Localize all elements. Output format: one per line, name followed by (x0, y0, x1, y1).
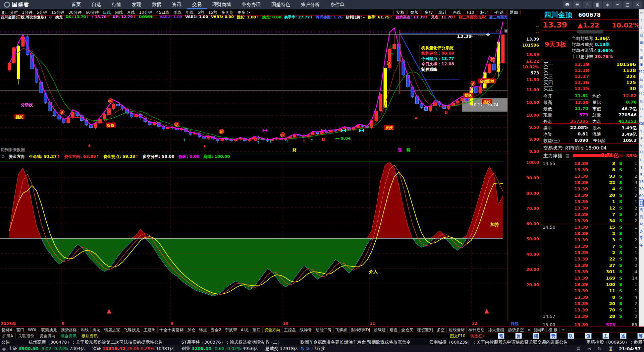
indicator-tab-趋势多空[interactable]: 趋势多空 (506, 327, 526, 333)
xaxis-period-label[interactable]: 日线 (511, 321, 519, 327)
indicator-tab-WOL[interactable]: WOL (26, 328, 39, 332)
back-icon[interactable]: ⇦ (639, 9, 644, 17)
menu-item-业务办理[interactable]: 业务办理 (236, 0, 266, 9)
strip-period-1[interactable]: 1 (639, 164, 644, 171)
indicator-tab-窗口[interactable]: 窗口 (14, 327, 26, 333)
period-多周期[interactable]: 多周期 (219, 10, 235, 15)
rsi-button[interactable]: RSI (639, 120, 644, 127)
news-item[interactable]: 杭州高新（300478）：关于股东股份被第二次司法拍卖的提示性公告 (29, 339, 163, 345)
minimize-icon[interactable]: ─ (613, 1, 622, 8)
indicator-tab-强势起爆[interactable]: 强势起爆 (59, 327, 79, 333)
fund-direction-chart[interactable]: ▲▲介入加持 (0, 160, 507, 321)
news-item[interactable]: ST易事特（300376）：简式权益变动报告书（二） (181, 339, 282, 345)
indicator-tab-暗盘[interactable]: 暗盘 (388, 327, 399, 333)
tool-icon[interactable]: ⊙ (49, 15, 52, 19)
detail-button-值[interactable]: 值 (585, 333, 592, 339)
fund-icon[interactable]: $ (639, 127, 644, 135)
settings-sliders-icon[interactable]: ☰ (573, 1, 582, 8)
trend-line-icon[interactable]: ∿ (639, 46, 644, 54)
menu-item-交易[interactable]: 交易 (187, 0, 207, 9)
custom-list-icon[interactable]: 自 (639, 83, 644, 91)
strip-period-60[interactable]: 60 (639, 192, 644, 199)
menu-item-行情[interactable]: 行情 (106, 0, 126, 9)
period-月线[interactable]: 月线 (125, 10, 137, 15)
news-item[interactable]: 欧洲车企据悉准备延长燃油车寿命 预期欧盟或将放宽禁令 (300, 339, 411, 345)
f12-button[interactable]: F12 (639, 91, 644, 98)
indicator-tab--[interactable]: - (567, 328, 572, 332)
period-30分钟[interactable]: 30分钟 (66, 10, 84, 15)
strip-period-季[interactable]: 季 (639, 235, 644, 242)
indicator-tab-神针启动[interactable]: 神针启动 (467, 327, 486, 333)
indicator-tab-短线情绪[interactable]: 短线情绪 (447, 327, 467, 333)
detail-button-细[interactable]: 细 (533, 333, 539, 339)
strip-period-月[interactable]: 月 (639, 214, 644, 221)
quick-robot-icon[interactable]: ♘ (583, 1, 592, 8)
strip-period-N[interactable]: N (639, 221, 644, 228)
f5-button[interactable]: F5 (639, 150, 644, 157)
theme-skin-icon[interactable]: ◈ (603, 1, 612, 8)
indicator-tab-模 板[interactable]: 模 板 (547, 327, 560, 333)
toolbar-button-F10[interactable]: F10 (464, 10, 477, 15)
info-tab-扩展A[interactable]: 扩展A (0, 333, 16, 339)
info-tab-资金流向[interactable]: 资金流向 (37, 333, 58, 339)
circle-tool-icon[interactable]: ○ (639, 105, 644, 113)
strip-period-多[interactable]: 多 (639, 228, 644, 235)
menu-item-发现[interactable]: 发现 (126, 0, 147, 9)
panel-toggle-icon[interactable]: ◧ (0, 10, 8, 15)
indicator-tab-战神号[interactable]: 战神号 (298, 327, 314, 333)
indicator-tab-镇店之宝[interactable]: 镇店之宝 (102, 327, 122, 333)
period-日线[interactable]: 日线 (101, 10, 113, 15)
news-item[interactable]: 公告 (1, 339, 10, 345)
strip-period-30[interactable]: 30 (639, 185, 644, 192)
sub-indicator-name[interactable]: 资金方向 (9, 154, 25, 160)
indicator-tab-指标B[interactable]: 指标B (532, 327, 547, 333)
indicator-tab-涨资重判[interactable]: 涨资重判 (415, 327, 435, 333)
detail-button-筹[interactable]: 筹 (637, 333, 644, 339)
holdings-icon[interactable]: ▤ (639, 32, 644, 39)
collapse-tab[interactable]: ︿ (577, 30, 603, 34)
indicator-tab-指标A[interactable]: 指标A (0, 327, 14, 333)
indicator-tab-冰火量能[interactable]: 冰火量能 (486, 327, 506, 333)
graphic-f10-link[interactable]: 图文F10 (447, 333, 468, 339)
info-pages-icon[interactable]: ▣ (639, 61, 644, 68)
strip-period-15[interactable]: 15 (639, 178, 644, 185)
menu-item-自选[interactable]: 自选 (86, 0, 106, 9)
scroll-down-icon[interactable]: ⇩ (639, 24, 644, 32)
toolbar-button-复权[interactable]: 复权 (393, 10, 407, 15)
indicator-tab-飞碟妖龙[interactable]: 飞碟妖龙 (122, 327, 142, 333)
period-5秒[interactable]: 5秒 (196, 10, 206, 15)
kline-icon[interactable]: ▥ (639, 54, 644, 61)
menu-item-条件单[interactable]: 条件单 (325, 0, 350, 9)
period-15分钟[interactable]: 15分钟 (49, 10, 66, 15)
monitor-icon[interactable]: ▣ (593, 1, 602, 8)
detail-button-笔[interactable]: 笔 (498, 333, 504, 339)
period-季线[interactable]: 季线 (171, 10, 183, 15)
sub-indicator-icon[interactable]: ⊙ (1, 154, 5, 159)
draw-icon[interactable]: ✎ (639, 142, 644, 150)
maximize-icon[interactable]: □ (623, 1, 632, 8)
info-tab-综合资讯[interactable]: 综合资讯 (58, 333, 79, 339)
period-60分钟[interactable]: 60分钟 (84, 10, 101, 15)
candlestick-chart[interactable]: 13.3910.17 - 10.74捉妖捉妖捉妖捉妖捉妖全锁股筹分势妖― 9.0… (0, 19, 507, 153)
quote-table-icon[interactable]: ▦ (639, 39, 644, 46)
wave-icon[interactable]: ≈ (639, 113, 644, 120)
menu-item-账户分析[interactable]: 账户分析 (296, 0, 325, 9)
period-10分钟[interactable]: 10分钟 (137, 10, 154, 15)
index-quote-深证[interactable]: 深证 13316.42 39.06 0.29% 10481亿 (92, 346, 174, 352)
period-15秒[interactable]: 15秒 (206, 10, 219, 15)
indicator-tab-主控盘[interactable]: 主控盘 (282, 327, 298, 333)
detail-button-逐[interactable]: 逐 (620, 333, 627, 339)
scroll-up-icon[interactable]: ⇧ (639, 17, 644, 24)
info-tab-板块资讯[interactable]: 板块资讯 (79, 333, 100, 339)
formula-icon[interactable]: fx (639, 98, 644, 105)
detail-button-势[interactable]: 势 (550, 333, 557, 339)
indicator-tab-资金2[interactable]: 资金2 (209, 327, 223, 333)
news-item[interactable]: 重药控股（000950）：参股子公司与辉瑞等签订产品许可协议 (586, 339, 644, 345)
menu-item-数据[interactable]: 数据 (147, 0, 167, 9)
linkage-icon[interactable]: 品 (639, 76, 644, 83)
detail-button-价[interactable]: 价 (515, 333, 522, 339)
indicator-tab-»[interactable]: » (526, 328, 532, 332)
period-1分钟[interactable]: 1分钟 (20, 10, 35, 15)
indicator-tab-主进出[interactable]: 主进出 (142, 327, 158, 333)
indicator-tab-资金方向[interactable]: 资金方向 (263, 327, 282, 333)
